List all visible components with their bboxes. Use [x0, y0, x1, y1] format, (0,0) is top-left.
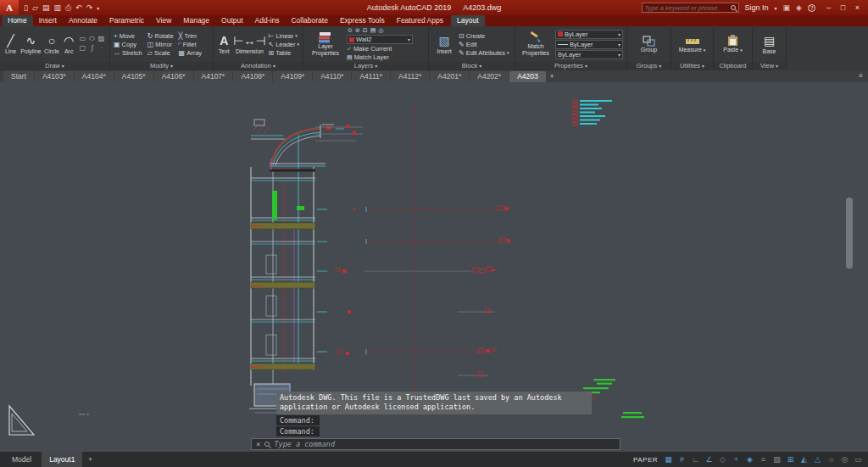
file-tab[interactable]: A4107* [194, 71, 233, 82]
insert-block-tool[interactable]: ▧Insert [432, 33, 456, 55]
snap-icon[interactable]: # [676, 455, 687, 464]
panel-label-clipboard[interactable]: Clipboard [714, 62, 752, 70]
file-tab-menu-icon[interactable]: ≡ [859, 72, 863, 80]
file-tab-active[interactable]: A4203 [509, 71, 546, 82]
base-view-tool[interactable]: ▤Base [758, 33, 782, 55]
rectangle-icon[interactable]: ▭ [78, 35, 87, 44]
layer-lock-icon[interactable]: ⊡ [363, 27, 368, 34]
paper-space-toggle[interactable]: PAPER [633, 456, 658, 464]
osnap-tracking-icon[interactable]: + [731, 455, 742, 464]
tab-home[interactable]: Home [2, 15, 33, 26]
panel-label-groups[interactable]: Groups▾ [627, 62, 670, 70]
file-tab[interactable]: A4104* [75, 71, 114, 82]
trim-tool[interactable]: ╳Trim [179, 32, 202, 40]
file-tab[interactable]: A4106* [154, 71, 193, 82]
stay-connected-icon[interactable]: ◈ [796, 3, 802, 12]
file-tab[interactable]: A4105* [114, 71, 153, 82]
file-tab[interactable]: A4111* [352, 71, 390, 82]
tab-parametric[interactable]: Parametric [103, 15, 150, 26]
hatch-icon[interactable]: ▨ [97, 35, 106, 44]
panel-label-layers[interactable]: Layers▾ [303, 62, 428, 70]
sign-in-caret-icon[interactable]: ▾ [775, 5, 777, 11]
file-tab-start[interactable]: Start [3, 71, 34, 82]
tab-manage[interactable]: Manage [177, 15, 215, 26]
help-icon[interactable]: ? [808, 4, 815, 12]
panel-label-utilities[interactable]: Utilities▾ [671, 62, 713, 70]
match-layer-button[interactable]: ▤Match Layer [347, 53, 413, 61]
stretch-tool[interactable]: ↔Stretch [114, 49, 142, 57]
annotation-visibility-icon[interactable]: ◭ [798, 455, 810, 464]
panel-label-view[interactable]: View▾ [753, 62, 786, 70]
tab-view[interactable]: View [150, 15, 177, 26]
mirror-tool[interactable]: ◫Mirror [147, 41, 174, 48]
ucs-icon[interactable] [9, 406, 34, 435]
roof-arc[interactable] [270, 125, 334, 170]
layer-freeze-icon[interactable]: ⊘ [355, 27, 360, 34]
fillet-tool[interactable]: ◜Fillet [179, 41, 202, 48]
linetype-dropdown[interactable]: ByLayer▾ [555, 40, 623, 49]
model-tab[interactable]: Model [4, 452, 39, 467]
search-icon[interactable] [731, 5, 736, 10]
recent-commands-icon[interactable] [264, 442, 270, 447]
drawing-area[interactable]: Autodesk DWG. This file is a TrustedDWG … [0, 82, 868, 452]
file-tab[interactable]: A4103* [35, 71, 74, 82]
point-icon[interactable]: · [97, 44, 106, 53]
object-snap-icon[interactable]: ◈ [744, 455, 755, 464]
file-tab[interactable]: A4202* [470, 71, 509, 82]
scale-tool[interactable]: ▱Scale [147, 49, 174, 57]
isodraft-icon[interactable]: ◇ [717, 455, 728, 464]
create-block-tool[interactable]: ⊡Create [459, 32, 509, 40]
rotate-tool[interactable]: ↻Rotate [147, 32, 174, 40]
dimension-tool[interactable]: ⊢↔⊣Dimension [233, 33, 265, 55]
panel-label-draw[interactable]: Draw▾ [0, 62, 109, 70]
undo-icon[interactable]: ↶ [75, 3, 82, 12]
file-tab[interactable]: A4109* [273, 71, 312, 82]
vertical-scrollbar-thumb[interactable] [846, 197, 853, 269]
command-input-bar[interactable]: × Type a command [251, 438, 620, 450]
leader-tool[interactable]: ↖Leader▾ [268, 41, 299, 48]
tab-featured-apps[interactable]: Featured Apps [391, 15, 449, 26]
plot-icon[interactable]: ⎙ [65, 3, 71, 13]
clean-screen-icon[interactable]: ▭ [853, 455, 864, 464]
redo-icon[interactable]: ↷ [86, 3, 93, 12]
layer-on-icon[interactable]: ⊙ [348, 27, 353, 34]
file-tab[interactable]: A4201* [430, 71, 469, 82]
legend-notes[interactable] [573, 100, 612, 126]
circle-tool[interactable]: ○Circle [44, 33, 60, 55]
panel-label-block[interactable]: Block▾ [429, 62, 515, 70]
lineweight-dropdown[interactable]: ByLayer▾ [555, 50, 623, 59]
edit-block-tool[interactable]: ✎Edit [459, 41, 509, 48]
ortho-icon[interactable]: ∟ [690, 455, 701, 464]
minimize-icon[interactable]: – [821, 3, 836, 12]
sign-in-button[interactable]: Sign In [745, 3, 769, 12]
application-menu-button[interactable]: A [0, 0, 19, 15]
layer-properties-tool[interactable]: Layer Properties [307, 31, 344, 56]
qat-dropdown-icon[interactable]: ▾ [97, 5, 99, 11]
panel-label-modify[interactable]: Modify▾ [110, 62, 213, 70]
file-tab[interactable]: A4110* [313, 71, 351, 82]
isolate-objects-icon[interactable]: ◎ [839, 455, 850, 464]
close-icon[interactable]: × [256, 440, 260, 448]
edit-attributes-tool[interactable]: ✎Edit Attributes▾ [459, 49, 509, 57]
line-tool[interactable]: ╱Line [3, 33, 18, 55]
region-icon[interactable]: ▢ [78, 44, 87, 53]
paste-tool[interactable]: Paste ▾ [720, 35, 747, 53]
dimension-leaders[interactable] [364, 206, 510, 376]
layer-color-icon[interactable]: ▤ [370, 27, 376, 34]
panel-label-annotation[interactable]: Annotation▾ [214, 62, 303, 70]
maximize-icon[interactable]: □ [836, 3, 850, 12]
copy-tool[interactable]: ▣Copy [114, 41, 142, 48]
workspace-switching-icon[interactable]: ☼ [826, 455, 837, 464]
layer-isolate-icon[interactable]: ◎ [378, 27, 383, 34]
close-icon[interactable]: × [850, 3, 865, 12]
make-current-button[interactable]: ✓Make Current [347, 45, 413, 53]
tab-annotate[interactable]: Annotate [63, 15, 103, 26]
app-store-icon[interactable]: ▣ [783, 3, 791, 12]
polyline-tool[interactable]: ∿Polyline [20, 33, 42, 55]
text-tool[interactable]: AText [217, 33, 231, 55]
layer-dropdown[interactable]: Wall2 ▾ [347, 35, 413, 44]
selection-cycling-icon[interactable]: ⊞ [785, 455, 796, 464]
new-file-icon[interactable]: ▯ [24, 3, 28, 12]
spline-icon[interactable]: ∫ [87, 44, 97, 53]
polar-tracking-icon[interactable]: ∠ [704, 455, 715, 464]
